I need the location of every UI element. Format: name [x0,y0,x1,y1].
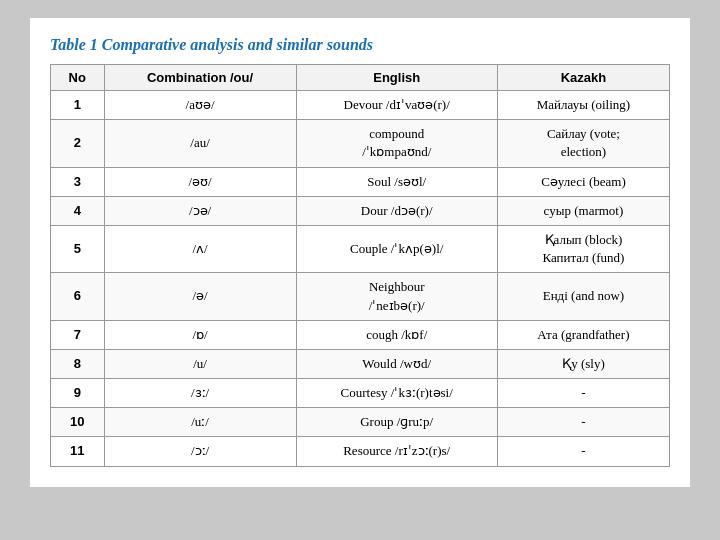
cell-combo: /u/ [104,349,296,378]
cell-kazakh: Қалып (block)Капитал (fund) [497,225,669,272]
cell-english: Soul /səʊl/ [296,167,497,196]
cell-english: Dour /dɔə(r)/ [296,196,497,225]
table-row: 1/aʊə/Devour /dɪˈvaʊə(r)/Майлауы (oiling… [51,91,670,120]
cell-no: 7 [51,320,105,349]
cell-kazakh: - [497,379,669,408]
cell-combo: /au/ [104,120,296,167]
cell-english: compound/ˈkɒmpaʊnd/ [296,120,497,167]
cell-english: Devour /dɪˈvaʊə(r)/ [296,91,497,120]
table-row: 7/ɒ/cough /kɒf/Ата (grandfather) [51,320,670,349]
cell-english: Resource /rɪˈzɔː(r)s/ [296,437,497,466]
col-header-combo: Combination /ou/ [104,65,296,91]
cell-combo: /ɔə/ [104,196,296,225]
page-container: Table 1 Comparative analysis and similar… [30,18,690,487]
cell-combo: /aʊə/ [104,91,296,120]
cell-no: 9 [51,379,105,408]
table-row: 8/u/Would /wʊd/Қу (sly) [51,349,670,378]
cell-no: 10 [51,408,105,437]
cell-no: 8 [51,349,105,378]
cell-kazakh: Ата (grandfather) [497,320,669,349]
cell-combo: /ɜː/ [104,379,296,408]
col-header-kazakh: Kazakh [497,65,669,91]
cell-combo: /əʊ/ [104,167,296,196]
cell-kazakh: - [497,408,669,437]
comparison-table: No Combination /ou/ English Kazakh 1/aʊə… [50,64,670,467]
cell-no: 3 [51,167,105,196]
cell-combo: /ʌ/ [104,225,296,272]
table-row: 10/uː/Group /ɡruːp/- [51,408,670,437]
cell-no: 2 [51,120,105,167]
table-row: 6/ə/Neighbour/ˈneɪbə(r)/Енді (and now) [51,273,670,320]
cell-english: Neighbour/ˈneɪbə(r)/ [296,273,497,320]
cell-kazakh: суыр (marmot) [497,196,669,225]
table-row: 4/ɔə/Dour /dɔə(r)/суыр (marmot) [51,196,670,225]
cell-combo: /ɒ/ [104,320,296,349]
table-title: Table 1 Comparative analysis and similar… [50,36,670,54]
cell-kazakh: Қу (sly) [497,349,669,378]
cell-kazakh: Сайлау (vote;election) [497,120,669,167]
table-row: 11/ɔː/Resource /rɪˈzɔː(r)s/- [51,437,670,466]
cell-english: cough /kɒf/ [296,320,497,349]
cell-combo: /uː/ [104,408,296,437]
cell-combo: /ɔː/ [104,437,296,466]
cell-english: Would /wʊd/ [296,349,497,378]
cell-english: Couple /ˈkʌp(ə)l/ [296,225,497,272]
cell-kazakh: - [497,437,669,466]
cell-no: 6 [51,273,105,320]
cell-no: 5 [51,225,105,272]
cell-no: 1 [51,91,105,120]
table-row: 5/ʌ/Couple /ˈkʌp(ə)l/Қалып (block)Капита… [51,225,670,272]
cell-english: Group /ɡruːp/ [296,408,497,437]
cell-kazakh: Сәулесі (beam) [497,167,669,196]
cell-english: Courtesy /ˈkɜː(r)təsi/ [296,379,497,408]
col-header-no: No [51,65,105,91]
cell-kazakh: Майлауы (oiling) [497,91,669,120]
cell-no: 4 [51,196,105,225]
cell-kazakh: Енді (and now) [497,273,669,320]
table-row: 3/əʊ/Soul /səʊl/Сәулесі (beam) [51,167,670,196]
table-row: 2/au/compound/ˈkɒmpaʊnd/Сайлау (vote;ele… [51,120,670,167]
cell-no: 11 [51,437,105,466]
table-row: 9/ɜː/Courtesy /ˈkɜː(r)təsi/- [51,379,670,408]
cell-combo: /ə/ [104,273,296,320]
col-header-english: English [296,65,497,91]
